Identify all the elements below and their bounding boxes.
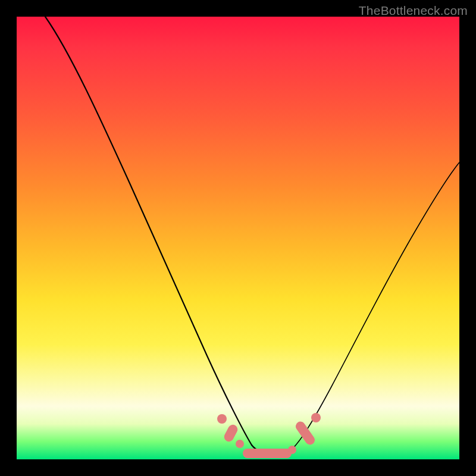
svg-rect-0 [223, 423, 239, 443]
marker-pill-2 [243, 449, 292, 458]
watermark-text: TheBottleneck.com [359, 4, 468, 18]
svg-rect-1 [243, 449, 292, 458]
marker-pill-1 [223, 423, 239, 443]
curve-left-branch [45, 17, 252, 445]
marker-dot-4 [311, 413, 321, 422]
marker-dot-2 [236, 440, 244, 448]
chart-frame: TheBottleneck.com [0, 0, 476, 476]
curve-svg [17, 17, 459, 459]
marker-dot-1 [217, 414, 227, 424]
plot-area [17, 17, 459, 459]
markers-group [217, 413, 321, 458]
marker-dot-3 [288, 446, 296, 454]
curve-right-branch [289, 162, 459, 452]
